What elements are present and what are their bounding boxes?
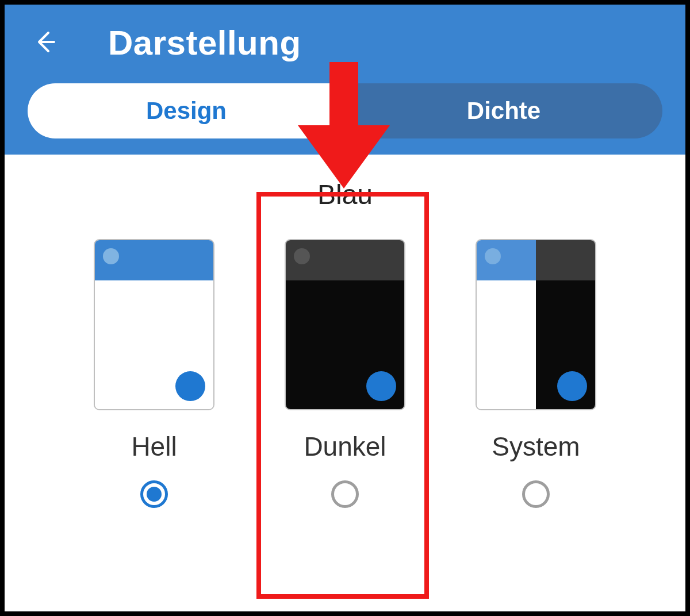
preview-fab-icon xyxy=(175,371,205,401)
theme-option-label: Dunkel xyxy=(304,431,386,462)
theme-option-hell[interactable]: Hell xyxy=(85,239,223,508)
preview-fab-icon xyxy=(366,371,396,401)
theme-option-system[interactable]: System xyxy=(467,239,605,508)
arrow-left-icon xyxy=(31,28,59,58)
radio-dunkel[interactable] xyxy=(331,480,359,508)
theme-preview-system xyxy=(476,239,596,410)
theme-option-label: System xyxy=(492,431,580,462)
theme-option-dunkel[interactable]: Dunkel xyxy=(276,239,414,508)
tab-density-label: Dichte xyxy=(467,97,540,125)
tab-density[interactable]: Dichte xyxy=(345,83,662,138)
preview-fab-icon xyxy=(557,371,587,401)
theme-preview-light xyxy=(94,239,214,410)
page-title: Darstellung xyxy=(108,23,301,63)
preview-status-dot-icon xyxy=(485,248,501,264)
radio-system[interactable] xyxy=(522,480,550,508)
radio-hell[interactable] xyxy=(140,480,168,508)
back-button[interactable] xyxy=(28,26,62,60)
annotation-arrow-icon xyxy=(298,62,390,188)
main-content: Blau Hell Dunkel xyxy=(5,155,685,508)
theme-options-row: Hell Dunkel xyxy=(28,239,662,508)
theme-preview-dark xyxy=(285,239,405,410)
preview-status-dot-icon xyxy=(294,248,310,264)
preview-status-dot-icon xyxy=(103,248,119,264)
app-frame: Darstellung Design Dichte Blau Hell xyxy=(0,0,690,616)
theme-option-label: Hell xyxy=(131,431,177,462)
tab-design-label: Design xyxy=(146,97,227,125)
